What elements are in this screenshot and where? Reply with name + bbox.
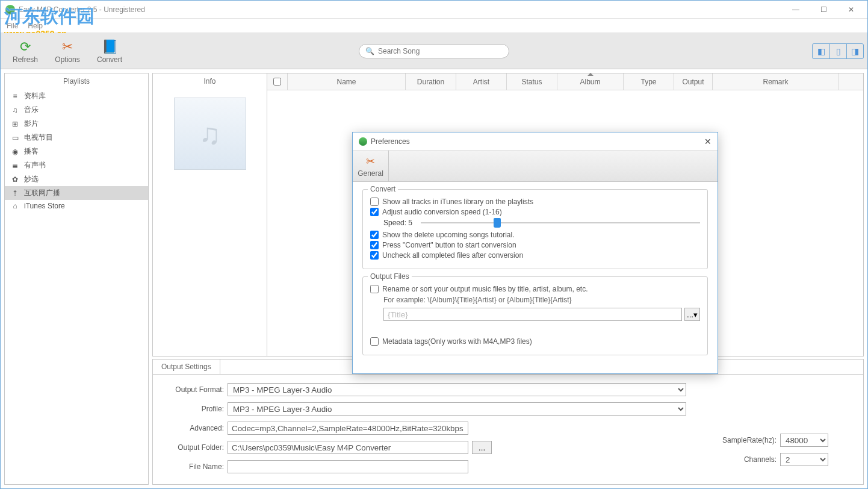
sidebar-item-icon: ⇡ [10, 189, 20, 198]
preferences-dialog: Preferences ✕ ✂ General Convert Show all… [352, 132, 718, 374]
sidebar-item-icon: ⌂ [10, 202, 20, 210]
menu-help[interactable]: Help [28, 22, 43, 30]
column-header-output[interactable]: Output [674, 73, 713, 90]
sidebar-item-label: 音乐 [24, 105, 39, 115]
samplerate-label: SampleRate(hz): [710, 436, 777, 444]
column-header-name[interactable]: Name [288, 73, 406, 90]
output-folder-input[interactable] [228, 441, 468, 454]
filename-input[interactable] [228, 460, 468, 473]
sidebar-item-icon: ⊞ [10, 120, 20, 128]
close-button[interactable]: ✕ [837, 1, 865, 19]
tab-output-settings[interactable]: Output Settings [153, 360, 220, 374]
chk-adjust-speed[interactable]: Adjust audio conversion speed (1-16) [370, 208, 700, 216]
channels-label: Channels: [710, 455, 777, 464]
column-header-artist[interactable]: Artist [456, 73, 507, 90]
dialog-titlebar[interactable]: Preferences ✕ [353, 132, 718, 151]
info-pane: Info ♫ [153, 73, 267, 356]
sidebar-item-icon: ✿ [10, 175, 20, 184]
dialog-tab-general[interactable]: ✂ General [353, 151, 389, 181]
sidebar-item[interactable]: ⌂iTunes Store [5, 200, 148, 212]
chk-metadata-tags[interactable]: Metadata tags(Only works with M4A,MP3 fi… [370, 337, 700, 346]
dialog-icon [359, 137, 367, 146]
profile-select[interactable]: MP3 - MPEG Layer-3 Audio [228, 402, 686, 416]
chk-rename-output[interactable]: Rename or sort your output music files b… [370, 285, 700, 293]
gear-icon: ✂ [366, 155, 375, 168]
sidebar-item-icon: ≣ [10, 161, 20, 170]
menu-file[interactable]: File [7, 22, 18, 30]
sidebar-title: Playlists [5, 73, 148, 89]
sidebar-item[interactable]: ⇡互联网广播 [5, 186, 148, 200]
advanced-input[interactable] [228, 422, 468, 435]
sidebar-item[interactable]: ≡资料库 [5, 89, 148, 103]
browse-folder-button[interactable]: ... [472, 441, 492, 454]
sidebar-item-label: iTunes Store [24, 202, 65, 210]
column-header-duration[interactable]: Duration [406, 73, 456, 90]
column-header-status[interactable]: Status [507, 73, 557, 90]
select-all-checkbox[interactable] [273, 78, 281, 86]
sidebar-item[interactable]: ✿妙选 [5, 172, 148, 186]
sidebar-list: ≡资料库♫音乐⊞影片▭电视节目◉播客≣有声书✿妙选⇡互联网广播⌂iTunes S… [5, 89, 148, 484]
minimize-button[interactable]: — [782, 1, 810, 19]
dialog-close-button[interactable]: ✕ [704, 137, 711, 146]
column-header-album[interactable]: Album [557, 73, 624, 90]
sidebar-item[interactable]: ◉播客 [5, 145, 148, 158]
sidebar-item[interactable]: ♫音乐 [5, 103, 148, 117]
output-format-select[interactable]: MP3 - MPEG Layer-3 Audio [228, 383, 686, 396]
sidebar-item-label: 播客 [24, 146, 39, 157]
rename-example: For example: \{Album}\{Title}{Artist} or… [383, 296, 700, 304]
column-header-remark[interactable]: Remark [713, 73, 839, 90]
refresh-button[interactable]: ⟳ Refresh [4, 34, 46, 68]
sidebar-item-label: 资料库 [24, 91, 46, 101]
filename-label: File Name: [167, 463, 224, 471]
chk-show-tutorial[interactable]: Show the delete upcoming songs tutorial. [370, 231, 700, 239]
advanced-label: Advanced: [167, 424, 224, 432]
layout-right-button[interactable]: ◨ [846, 44, 863, 58]
options-button[interactable]: ✂ Options [46, 34, 88, 68]
column-header-type[interactable]: Type [624, 73, 674, 90]
channels-select[interactable]: 2 [780, 453, 828, 466]
sidebar-item-label: 妙选 [24, 174, 39, 184]
chk-uncheck-completed[interactable]: Uncheck all completed files after conver… [370, 251, 700, 260]
speed-slider[interactable] [421, 219, 700, 227]
chk-show-all-tracks[interactable]: Show all tracks in iTunes library on the… [370, 198, 700, 206]
sidebar: Playlists ≡资料库♫音乐⊞影片▭电视节目◉播客≣有声书✿妙选⇡互联网广… [4, 73, 149, 485]
sidebar-item[interactable]: ⊞影片 [5, 117, 148, 131]
layout-center-button[interactable]: ▯ [829, 44, 846, 58]
layout-buttons: ◧ ▯ ◨ [812, 43, 864, 59]
sidebar-item-icon: ◉ [10, 148, 20, 156]
search-input[interactable] [378, 47, 503, 55]
menubar: File Help [1, 19, 867, 33]
group-output-files: Output Files Rename or sort your output … [362, 276, 708, 355]
layout-left-button[interactable]: ◧ [813, 44, 829, 58]
options-icon: ✂ [62, 39, 73, 55]
album-art-placeholder: ♫ [174, 98, 246, 170]
rename-pattern-input[interactable] [383, 308, 682, 321]
sidebar-item-label: 电视节目 [24, 132, 53, 143]
search-box[interactable]: 🔍 [359, 44, 509, 58]
profile-label: Profile: [167, 405, 224, 413]
chk-press-convert[interactable]: Press "Convert" button to start conversi… [370, 241, 700, 249]
samplerate-select[interactable]: 48000 [780, 434, 828, 447]
info-title: Info [153, 73, 267, 89]
sidebar-item-label: 有声书 [24, 160, 46, 170]
output-folder-label: Output Folder: [167, 443, 224, 452]
sidebar-item-label: 影片 [24, 119, 39, 129]
sidebar-item-icon: ≡ [10, 92, 20, 101]
speed-value: Speed: 5 [383, 219, 412, 227]
sidebar-item[interactable]: ≣有声书 [5, 158, 148, 172]
sidebar-item[interactable]: ▭电视节目 [5, 131, 148, 145]
convert-icon: 📘 [102, 39, 118, 55]
group-convert: Convert Show all tracks in iTunes librar… [362, 189, 708, 269]
app-icon [5, 5, 15, 14]
convert-button[interactable]: 📘 Convert [88, 34, 131, 68]
titlebar: Easy M4P Converter 2.5 - Unregistered — … [1, 1, 867, 19]
rename-pattern-button[interactable]: ...▾ [684, 308, 700, 321]
sidebar-item-icon: ▭ [10, 134, 20, 142]
grid-header: NameDurationArtistStatusAlbumTypeOutputR… [267, 73, 863, 90]
output-format-label: Output Format: [167, 385, 224, 394]
column-header-check[interactable] [267, 73, 288, 90]
sidebar-item-label: 互联网广播 [24, 188, 60, 198]
output-settings-panel: Output Settings Output Format: MP3 - MPE… [152, 359, 864, 485]
window-title: Easy M4P Converter 2.5 - Unregistered [19, 5, 145, 14]
maximize-button[interactable]: ☐ [810, 1, 837, 19]
